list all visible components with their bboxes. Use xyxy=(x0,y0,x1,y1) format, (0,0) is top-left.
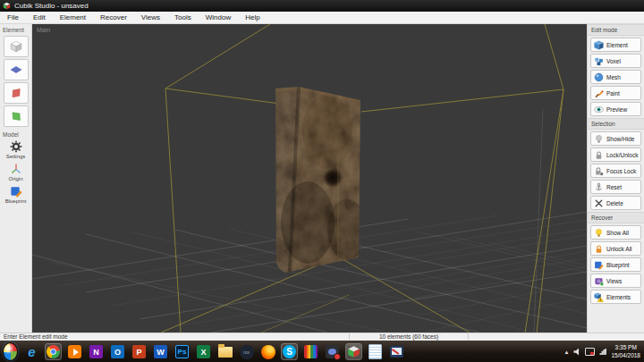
ie-icon: e xyxy=(28,344,35,359)
add-cube-button[interactable] xyxy=(4,36,29,57)
model-element xyxy=(267,76,368,280)
system-tray: ▲ 3:35 PM 15/04/2018 xyxy=(564,344,644,358)
menu-views[interactable]: Views xyxy=(134,13,167,23)
taskbar-pen-display[interactable] xyxy=(389,344,404,359)
menu-tools[interactable]: Tools xyxy=(167,13,199,23)
taskbar-discord[interactable] xyxy=(325,344,340,359)
taskbar-rox[interactable]: rox xyxy=(239,344,254,359)
menu-recover[interactable]: Recover xyxy=(93,13,134,23)
taskbar-onenote[interactable]: N xyxy=(89,344,104,359)
editmode-preview-button[interactable]: Preview xyxy=(590,102,641,116)
selection-delete-button[interactable]: Delete xyxy=(590,196,641,210)
onenote-icon: N xyxy=(89,345,103,358)
taskbar-outlook[interactable]: O xyxy=(110,344,125,359)
notepad-icon xyxy=(369,344,382,359)
folder-icon xyxy=(218,347,233,358)
selection-header: Selection xyxy=(588,118,644,130)
app-logo-icon xyxy=(3,2,11,10)
menu-element[interactable]: Element xyxy=(53,13,93,23)
left-toolbar: Element Model Settings Origin xyxy=(0,24,32,333)
editmode-element-button[interactable]: Element xyxy=(590,38,641,52)
editmode-paint-button[interactable]: Paint xyxy=(590,86,641,100)
recover-blueprint-button[interactable]: Blueprint xyxy=(590,257,641,272)
window-title: Cubik Studio - unsaved xyxy=(14,2,89,10)
viewport-3d[interactable]: Main xyxy=(32,24,587,333)
selection-reset-button[interactable]: Reset xyxy=(590,180,641,194)
origin-axes-icon xyxy=(10,163,22,175)
firefox-icon xyxy=(261,345,275,359)
display-tray-icon[interactable] xyxy=(585,348,595,356)
menu-help[interactable]: Help xyxy=(238,13,267,23)
taskbar-cubik-studio[interactable] xyxy=(346,344,361,359)
clock-date: 15/04/2018 xyxy=(611,352,640,359)
blueprint-icon xyxy=(594,260,604,270)
taskbar-firefox[interactable] xyxy=(260,344,275,359)
recover-views-button[interactable]: Views xyxy=(590,274,641,288)
taskbar-media-editor[interactable] xyxy=(303,344,318,359)
element-cube-icon xyxy=(594,40,604,50)
selection-lock-button[interactable]: Lock/Unlock xyxy=(590,147,641,162)
menu-window[interactable]: Window xyxy=(199,13,238,23)
taskbar-explorer[interactable] xyxy=(217,344,233,359)
origin-button[interactable]: Origin xyxy=(0,163,31,181)
anchor-icon xyxy=(594,182,604,192)
recover-unlockall-button[interactable]: Unlock All xyxy=(590,241,641,256)
taskbar-excel[interactable]: X xyxy=(196,344,211,359)
green-quad-icon xyxy=(10,110,22,122)
taskbar-mediaplayer[interactable] xyxy=(67,344,82,359)
status-message: Enter Element edit mode xyxy=(4,333,68,340)
skype-icon: S xyxy=(283,345,296,358)
editmode-voxel-label: Voxel xyxy=(606,58,621,64)
editmode-element-label: Element xyxy=(606,42,628,48)
selection-showhide-button[interactable]: Show/Hide xyxy=(590,131,641,146)
selection-showhide-label: Show/Hide xyxy=(606,136,634,142)
viewport-name: Main xyxy=(37,27,50,33)
menu-file[interactable]: File xyxy=(0,13,26,23)
taskbar-skype[interactable]: S xyxy=(282,344,297,359)
recover-elements-button[interactable]: Elements xyxy=(590,290,641,304)
delete-x-icon xyxy=(594,198,604,208)
recover-blueprint-label: Blueprint xyxy=(606,262,630,268)
settings-button[interactable]: Settings xyxy=(0,140,31,159)
taskbar-ie[interactable]: e xyxy=(24,344,39,359)
windows-orb-icon xyxy=(3,342,18,361)
add-plane-button[interactable] xyxy=(4,59,29,80)
add-quad-red-button[interactable] xyxy=(4,82,29,104)
recover-showall-button[interactable]: Show All xyxy=(590,225,641,240)
preview-eye-icon xyxy=(594,105,604,114)
add-quad-green-button[interactable] xyxy=(4,105,29,127)
discord-icon xyxy=(326,345,339,358)
scene-canvas xyxy=(32,24,587,333)
tray-expand-icon[interactable]: ▲ xyxy=(564,349,570,355)
taskbar-notepad[interactable] xyxy=(368,344,383,359)
chrome-icon xyxy=(47,345,60,358)
taskbar-photoshop[interactable]: Ps xyxy=(174,344,190,359)
taskbar-chrome[interactable] xyxy=(46,344,61,359)
blueprint-icon xyxy=(10,185,22,198)
pen-display-icon xyxy=(390,346,403,358)
blueprint-label: Blueprint xyxy=(5,198,27,204)
editmode-voxel-button[interactable]: Voxel xyxy=(590,54,641,68)
start-button[interactable] xyxy=(3,344,18,359)
workspace-wireframe xyxy=(161,24,564,333)
network-icon[interactable] xyxy=(599,349,606,355)
recover-header: Recover xyxy=(588,212,644,223)
bulb-yellow-icon xyxy=(594,228,604,238)
selection-reset-label: Reset xyxy=(606,184,622,190)
selection-lock-label: Lock/Unlock xyxy=(606,152,638,158)
selection-focuslock-button[interactable]: Focus Lock xyxy=(590,164,641,178)
taskbar-word[interactable]: W xyxy=(153,344,168,359)
gear-icon xyxy=(10,140,22,153)
rox-icon: rox xyxy=(240,345,254,359)
padlock-gray-icon xyxy=(594,150,604,160)
menu-edit[interactable]: Edit xyxy=(26,13,53,23)
volume-icon[interactable] xyxy=(573,349,580,356)
editmode-paint-label: Paint xyxy=(606,90,620,97)
taskbar-clock[interactable]: 3:35 PM 15/04/2018 xyxy=(611,344,640,358)
blueprint-button[interactable]: Blueprint xyxy=(0,185,31,204)
elements-warning-icon xyxy=(594,292,604,302)
editmode-header: Edit mode xyxy=(588,24,644,36)
titlebar[interactable]: Cubik Studio - unsaved xyxy=(0,0,644,12)
editmode-mesh-button[interactable]: Mesh xyxy=(590,70,641,84)
taskbar-powerpoint[interactable]: P xyxy=(131,344,147,359)
